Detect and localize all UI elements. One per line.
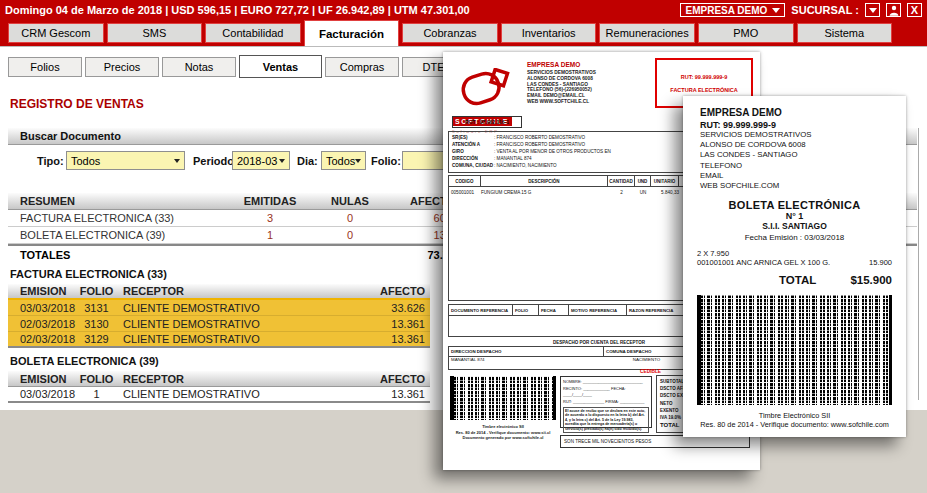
softchile-logo	[455, 68, 517, 114]
cedible-label: CEDIBLE	[640, 369, 661, 374]
invoice-pdf417-barcode	[450, 376, 556, 420]
ref-col: FOLIO	[513, 305, 539, 315]
close-button[interactable]: X	[907, 3, 922, 17]
dia-label: Dia:	[297, 155, 318, 167]
menu-tab-label: Remuneraciones	[606, 27, 689, 39]
cell-afecto: 13.361	[355, 318, 430, 330]
subtab-precios[interactable]: Precios	[85, 57, 159, 77]
subtab-label: Folios	[30, 61, 59, 73]
company-dropdown[interactable]: EMPRESA DEMO	[680, 3, 785, 17]
menu-tab-sms[interactable]: SMS	[107, 23, 203, 43]
tipo-select-value: Todos	[71, 155, 100, 167]
info-value: : VENTA AL POR MENOR DE OTROS PRODUCTOS …	[494, 148, 686, 155]
cell-emision: 03/03/2018	[8, 302, 70, 314]
cell-receptor: CLIENTE DEMOSTRATIVO	[123, 388, 355, 400]
factura-row[interactable]: 02/03/2018 3129 CLIENTE DEMOSTRATIVO 13.…	[8, 332, 430, 348]
cell-afecto: 13.361	[355, 388, 430, 400]
col-receptor: RECEPTOR	[123, 285, 355, 297]
dte-rut: RUT: 99.999.999-9	[681, 74, 727, 80]
invoice-timbre-text: Timbre electrónico SII Res. 80 de 2014 -…	[443, 424, 563, 441]
boleta-emitter-rut: RUT: 99.999.999-9	[700, 120, 892, 130]
boleta-total-value: $15.900	[850, 274, 892, 286]
boleta-total-row: TOTAL $15.900	[697, 274, 892, 286]
desp-comuna: NACIMIENTO	[604, 357, 689, 369]
periodo-select[interactable]: 2018-03	[232, 151, 290, 170]
boleta-emitter-block: EMPRESA DEMO RUT: 99.999.999-9 SERVICIOS…	[700, 107, 892, 191]
boleta-emitter-line: ALONSO DE CORDOVA 6008	[700, 140, 892, 150]
boleta-emitter-line: EMAIL	[700, 171, 892, 181]
factura-row[interactable]: 03/03/2018 3131 CLIENTE DEMOSTRATIVO 33.…	[8, 300, 430, 316]
cell-folio: 3131	[70, 302, 123, 314]
resumen-col-nulas: NULAS	[310, 195, 390, 207]
caret-down-icon	[772, 8, 780, 13]
menu-tab-label: Contabilidad	[222, 27, 283, 39]
desp-col: DIRECCION DESPACHO	[449, 347, 604, 356]
totales-label: TOTALES	[8, 249, 230, 261]
resumen-emitidas: 1	[230, 229, 310, 241]
boleta-emitter-line: TELEFONO	[700, 161, 892, 171]
menu-tab-label: Facturación	[319, 28, 384, 40]
item-descripcion: FUNGIUM CREMA 15 G	[481, 190, 608, 195]
col-emision: EMISION	[8, 373, 70, 385]
main-menu: CRM Gescom SMS Contabilidad Facturación …	[0, 20, 927, 46]
info-label: GIRO	[452, 148, 494, 155]
invoice-emitter-block: EMPRESA DEMO SERVICIOS DEMOSTRATIVOS ALO…	[527, 61, 652, 105]
cell-receptor: CLIENTE DEMOSTRATIVO	[123, 318, 355, 330]
ref-col: FECHA	[539, 305, 569, 315]
desp-direccion: MANANTIAL 874	[449, 357, 604, 369]
app-window: Domingo 04 de Marzo de 2018 | USD 596,15…	[0, 0, 927, 493]
cell-receptor: CLIENTE DEMOSTRATIVO	[123, 302, 355, 314]
menu-tab-contabilidad[interactable]: Contabilidad	[205, 23, 301, 43]
panel-divider	[918, 128, 919, 400]
boleta-section-title: BOLETA ELECTRONICA (39)	[10, 355, 159, 367]
boleta-emitter-line: LAS CONDES - SANTIAGO	[700, 150, 892, 160]
item-und: UN	[635, 190, 651, 195]
items-col-cantidad: CANTIDAD	[608, 176, 635, 186]
info-value: : FRANCISCO ROBERTO DEMOSTRATIVO	[494, 134, 686, 141]
col-afecto: AFECTO	[355, 373, 430, 385]
company-dropdown-label: EMPRESA DEMO	[685, 5, 767, 16]
boleta-table: EMISION FOLIO RECEPTOR AFECTO 03/03/2018…	[8, 371, 430, 403]
cell-emision: 02/03/2018	[8, 333, 70, 345]
boleta-emitter-line: SERVICIOS DEMOSTRATIVOS	[700, 130, 892, 140]
subtab-folios[interactable]: Folios	[8, 57, 82, 77]
boleta-item-row: 001001001 ANC ARNICA GEL X 100 G. 15.900	[697, 258, 892, 267]
sucursal-dropdown[interactable]	[865, 3, 880, 17]
boleta-title: BOLETA ELECTRÓNICA	[683, 199, 906, 211]
boleta-row[interactable]: 03/03/2018 1 CLIENTE DEMOSTRATIVO 13.361	[8, 387, 430, 403]
status-bar: Domingo 04 de Marzo de 2018 | USD 596,15…	[0, 0, 927, 20]
factura-header-row: EMISION FOLIO RECEPTOR AFECTO	[8, 284, 430, 300]
boleta-header-row: EMISION FOLIO RECEPTOR AFECTO	[8, 371, 430, 387]
menu-tab-label: Cobranzas	[423, 27, 476, 39]
status-text: Domingo 04 de Marzo de 2018 | USD 596,15…	[5, 4, 470, 16]
menu-tab-label: PMO	[733, 27, 758, 39]
factura-row[interactable]: 02/03/2018 3130 CLIENTE DEMOSTRATIVO 13.…	[8, 316, 430, 332]
emitter-line: WEB WWW.SOFTCHILE.CL	[527, 99, 652, 105]
factura-section-title: FACTURA ELECTRONICA (33)	[10, 268, 167, 280]
menu-tab-sistema[interactable]: Sistema	[797, 23, 893, 43]
main-menu-tabs: CRM Gescom SMS Contabilidad Facturación …	[8, 20, 892, 46]
menu-tab-pmo[interactable]: PMO	[698, 23, 794, 43]
subtab-notas[interactable]: Notas	[162, 57, 236, 77]
cell-folio: 3129	[70, 333, 123, 345]
subtab-label: Ventas	[263, 61, 298, 73]
menu-tab-inventarios[interactable]: Inventarios	[501, 23, 597, 43]
acuse-recinto-line: RECINTO: ____________ FECHA: ____/____/_…	[563, 386, 649, 399]
user-button[interactable]	[886, 3, 901, 17]
info-label: ATENCIÓN A	[452, 141, 494, 148]
subtab-compras[interactable]: Compras	[325, 57, 399, 77]
topbar-controls: EMPRESA DEMO SUCURSAL : X	[680, 3, 922, 17]
emitter-name: EMPRESA DEMO	[527, 61, 652, 68]
tipo-select[interactable]: Todos	[66, 151, 185, 170]
menu-tab-remuneraciones[interactable]: Remuneraciones	[599, 23, 695, 43]
menu-tab-crm-gescom[interactable]: CRM Gescom	[8, 23, 104, 43]
acuse-rut-line: RUT: ______________ FIRMA: ___________	[563, 399, 649, 406]
subtab-label: Compras	[340, 61, 385, 73]
resumen-col-emitidas: EMITIDAS	[230, 195, 310, 207]
subtab-ventas[interactable]: Ventas	[239, 55, 322, 78]
menu-tab-label: Inventarios	[522, 27, 576, 39]
dia-select[interactable]: Todos	[321, 151, 366, 170]
menu-tab-facturacion[interactable]: Facturación	[304, 20, 400, 46]
subtab-label: Notas	[185, 61, 214, 73]
menu-tab-cobranzas[interactable]: Cobranzas	[402, 23, 498, 43]
